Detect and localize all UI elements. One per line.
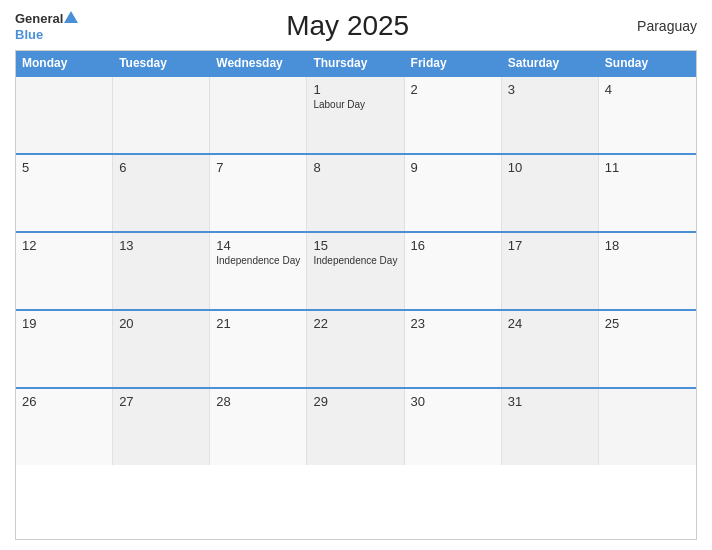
calendar-week-2: 567891011 (16, 153, 696, 231)
day-number: 27 (119, 394, 203, 409)
header-thursday: Thursday (307, 51, 404, 75)
calendar-cell-w1-d6: 3 (502, 77, 599, 153)
calendar-cell-w1-d5: 2 (405, 77, 502, 153)
calendar-cell-w5-d1: 26 (16, 389, 113, 465)
day-number: 22 (313, 316, 397, 331)
day-number: 25 (605, 316, 690, 331)
calendar-cell-w4-d2: 20 (113, 311, 210, 387)
calendar-cell-w4-d4: 22 (307, 311, 404, 387)
day-number: 5 (22, 160, 106, 175)
day-number: 18 (605, 238, 690, 253)
calendar-cell-w5-d5: 30 (405, 389, 502, 465)
calendar-cell-w2-d4: 8 (307, 155, 404, 231)
header-friday: Friday (405, 51, 502, 75)
calendar-cell-w2-d7: 11 (599, 155, 696, 231)
calendar-cell-w5-d3: 28 (210, 389, 307, 465)
holiday-label: Labour Day (313, 99, 397, 111)
day-number: 15 (313, 238, 397, 253)
day-number: 11 (605, 160, 690, 175)
day-number: 16 (411, 238, 495, 253)
day-number: 4 (605, 82, 690, 97)
day-number: 1 (313, 82, 397, 97)
country-label: Paraguay (617, 18, 697, 34)
calendar-cell-w3-d1: 12 (16, 233, 113, 309)
holiday-label: Independence Day (216, 255, 300, 267)
day-number: 31 (508, 394, 592, 409)
day-number: 29 (313, 394, 397, 409)
svg-marker-0 (64, 11, 78, 23)
day-number: 3 (508, 82, 592, 97)
day-number: 10 (508, 160, 592, 175)
logo: General Blue (15, 10, 78, 42)
calendar-cell-w4-d1: 19 (16, 311, 113, 387)
day-number: 21 (216, 316, 300, 331)
day-number: 28 (216, 394, 300, 409)
header-monday: Monday (16, 51, 113, 75)
day-number: 24 (508, 316, 592, 331)
day-number: 13 (119, 238, 203, 253)
calendar-cell-w2-d3: 7 (210, 155, 307, 231)
day-number: 26 (22, 394, 106, 409)
calendar-cell-w4-d3: 21 (210, 311, 307, 387)
calendar-cell-w4-d7: 25 (599, 311, 696, 387)
calendar-cell-w3-d3: 14Independence Day (210, 233, 307, 309)
calendar-cell-w1-d1 (16, 77, 113, 153)
calendar-cell-w1-d4: 1Labour Day (307, 77, 404, 153)
calendar-cell-w5-d2: 27 (113, 389, 210, 465)
calendar-cell-w1-d7: 4 (599, 77, 696, 153)
calendar-cell-w3-d6: 17 (502, 233, 599, 309)
holiday-label: Independence Day (313, 255, 397, 267)
calendar-cell-w3-d2: 13 (113, 233, 210, 309)
header-sunday: Sunday (599, 51, 696, 75)
calendar-cell-w3-d4: 15Independence Day (307, 233, 404, 309)
day-number: 19 (22, 316, 106, 331)
calendar-body: 1Labour Day234567891011121314Independenc… (16, 75, 696, 465)
day-number: 20 (119, 316, 203, 331)
logo-general-text: General (15, 12, 63, 25)
calendar-page: General Blue May 2025 Paraguay Monday Tu… (0, 0, 712, 550)
calendar-cell-w3-d5: 16 (405, 233, 502, 309)
day-number: 17 (508, 238, 592, 253)
header-tuesday: Tuesday (113, 51, 210, 75)
logo-blue-text: Blue (15, 27, 43, 42)
calendar-cell-w2-d5: 9 (405, 155, 502, 231)
day-number: 2 (411, 82, 495, 97)
calendar-title: May 2025 (78, 10, 617, 42)
calendar-cell-w5-d6: 31 (502, 389, 599, 465)
calendar-cell-w2-d2: 6 (113, 155, 210, 231)
calendar-cell-w5-d7 (599, 389, 696, 465)
calendar-cell-w3-d7: 18 (599, 233, 696, 309)
day-number: 6 (119, 160, 203, 175)
day-number: 12 (22, 238, 106, 253)
calendar-header: Monday Tuesday Wednesday Thursday Friday… (16, 51, 696, 75)
calendar-cell-w5-d4: 29 (307, 389, 404, 465)
day-number: 9 (411, 160, 495, 175)
day-number: 14 (216, 238, 300, 253)
day-number: 30 (411, 394, 495, 409)
calendar-cell-w2-d6: 10 (502, 155, 599, 231)
calendar-cell-w1-d2 (113, 77, 210, 153)
logo-triangle-icon (64, 10, 78, 26)
page-header: General Blue May 2025 Paraguay (15, 10, 697, 42)
calendar-grid: Monday Tuesday Wednesday Thursday Friday… (15, 50, 697, 540)
calendar-cell-w4-d5: 23 (405, 311, 502, 387)
day-number: 7 (216, 160, 300, 175)
calendar-cell-w2-d1: 5 (16, 155, 113, 231)
calendar-cell-w1-d3 (210, 77, 307, 153)
header-wednesday: Wednesday (210, 51, 307, 75)
calendar-cell-w4-d6: 24 (502, 311, 599, 387)
day-number: 23 (411, 316, 495, 331)
calendar-week-5: 262728293031 (16, 387, 696, 465)
calendar-week-3: 121314Independence Day15Independence Day… (16, 231, 696, 309)
day-number: 8 (313, 160, 397, 175)
calendar-week-4: 19202122232425 (16, 309, 696, 387)
header-saturday: Saturday (502, 51, 599, 75)
calendar-week-1: 1Labour Day234 (16, 75, 696, 153)
